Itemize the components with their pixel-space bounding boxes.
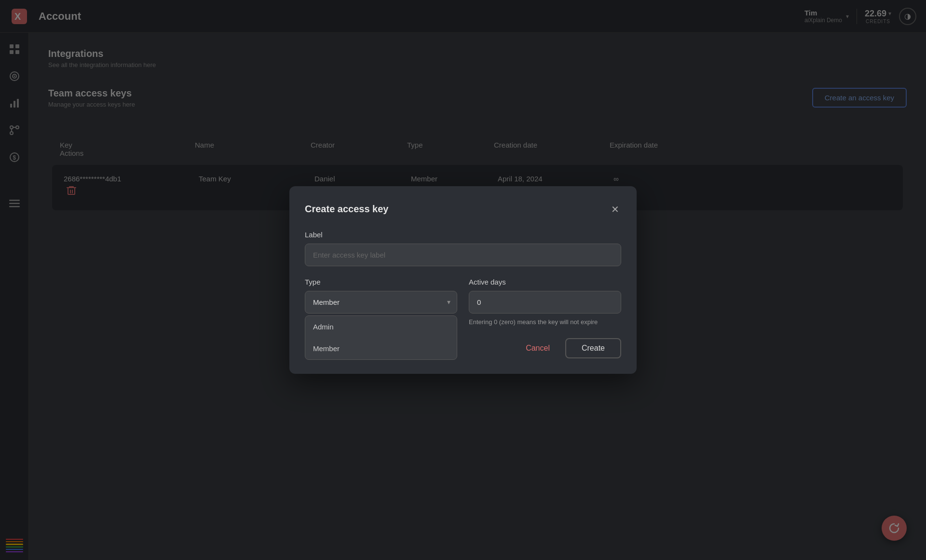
type-dropdown-admin[interactable]: Admin xyxy=(305,316,457,338)
active-days-label: Active days xyxy=(469,278,621,286)
type-field-label: Type xyxy=(305,278,457,286)
type-dropdown-member[interactable]: Member xyxy=(305,338,457,359)
active-days-input[interactable]: 0 xyxy=(469,291,621,314)
modal-header: Create access key ✕ xyxy=(305,202,621,217)
type-select[interactable]: Member Admin xyxy=(305,291,457,314)
active-days-hint: Entering 0 (zero) means the key will not… xyxy=(469,317,621,327)
create-access-key-modal: Create access key ✕ Label Type Member Ad… xyxy=(289,186,637,374)
label-input[interactable] xyxy=(305,244,621,266)
modal-close-button[interactable]: ✕ xyxy=(609,202,621,217)
cancel-button[interactable]: Cancel xyxy=(518,339,558,357)
label-field-label: Label xyxy=(305,231,621,239)
active-days-wrapper: Active days 0 Entering 0 (zero) means th… xyxy=(469,278,621,327)
type-dropdown: Admin Member xyxy=(305,315,457,360)
type-field-wrapper: Type Member Admin ▾ Admin Member xyxy=(305,278,457,327)
form-row-type-days: Type Member Admin ▾ Admin Member Active … xyxy=(305,278,621,327)
modal-overlay[interactable]: Create access key ✕ Label Type Member Ad… xyxy=(0,0,926,560)
create-button[interactable]: Create xyxy=(565,338,621,358)
type-select-wrapper: Member Admin ▾ Admin Member xyxy=(305,291,457,314)
modal-title: Create access key xyxy=(305,204,388,215)
